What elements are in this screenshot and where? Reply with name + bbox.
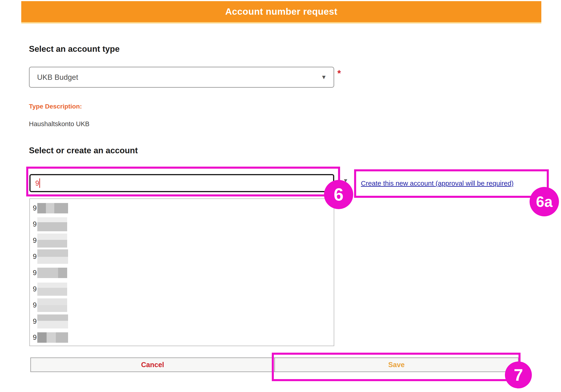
account-number-prefix: 9 (33, 333, 37, 342)
account-type-heading: Select an account type (29, 44, 120, 54)
dialog-header: Account number request (21, 1, 541, 23)
list-item[interactable]: 9 (30, 249, 334, 265)
redacted-account-number (37, 268, 67, 278)
chevron-down-icon: ▼ (321, 74, 327, 80)
cancel-button[interactable]: Cancel (30, 357, 275, 372)
create-account-link[interactable]: Create this new account (approval will b… (361, 180, 514, 187)
required-asterisk: * (337, 68, 341, 78)
dialog-actions: Cancel Save (30, 357, 519, 372)
account-number-prefix: 9 (33, 204, 37, 212)
annotation-step-badge: 6a (529, 187, 559, 216)
type-description-value: Haushaltskonto UKB (29, 120, 89, 128)
account-suggestion-list: 9 9 9 9 9 9 9 9 (29, 199, 334, 346)
redacted-account-number (37, 233, 67, 248)
redacted-account-number (37, 315, 68, 328)
account-search-input[interactable]: 9 (29, 174, 334, 192)
list-item[interactable]: 9 (30, 330, 334, 346)
account-number-prefix: 9 (33, 318, 37, 326)
list-item[interactable]: 9 (30, 216, 334, 233)
account-number-prefix: 9 (33, 220, 37, 228)
account-number-prefix: 9 (33, 269, 37, 277)
combobox-caret-icon[interactable]: ▼ (343, 178, 348, 183)
list-item[interactable]: 9 (30, 281, 334, 297)
list-item[interactable]: 9 (30, 313, 334, 330)
text-cursor (39, 178, 40, 188)
redacted-account-number (37, 249, 68, 264)
list-item[interactable]: 9 (30, 297, 334, 313)
account-number-request-dialog: Account number request Select an account… (0, 0, 561, 392)
account-number-prefix: 9 (33, 301, 37, 309)
account-number-prefix: 9 (33, 285, 37, 293)
list-item[interactable]: 9 (30, 200, 334, 216)
save-button[interactable]: Save (274, 357, 519, 372)
account-number-prefix: 9 (33, 253, 37, 261)
type-description-label: Type Description: (29, 103, 82, 110)
account-number-prefix: 9 (33, 236, 37, 245)
account-type-selected-value: UKB Budget (37, 73, 78, 82)
account-input-value: 9 (35, 180, 39, 187)
redacted-account-number (37, 283, 67, 296)
account-heading: Select or create an account (29, 146, 138, 155)
redacted-account-number (37, 217, 67, 231)
redacted-account-number (37, 332, 68, 343)
list-item[interactable]: 9 (30, 265, 334, 281)
list-item[interactable]: 9 (30, 233, 334, 249)
redacted-account-number (37, 203, 68, 213)
redacted-account-number (37, 298, 67, 312)
dialog-title: Account number request (225, 6, 337, 17)
account-type-select[interactable]: UKB Budget ▼ (29, 67, 334, 88)
